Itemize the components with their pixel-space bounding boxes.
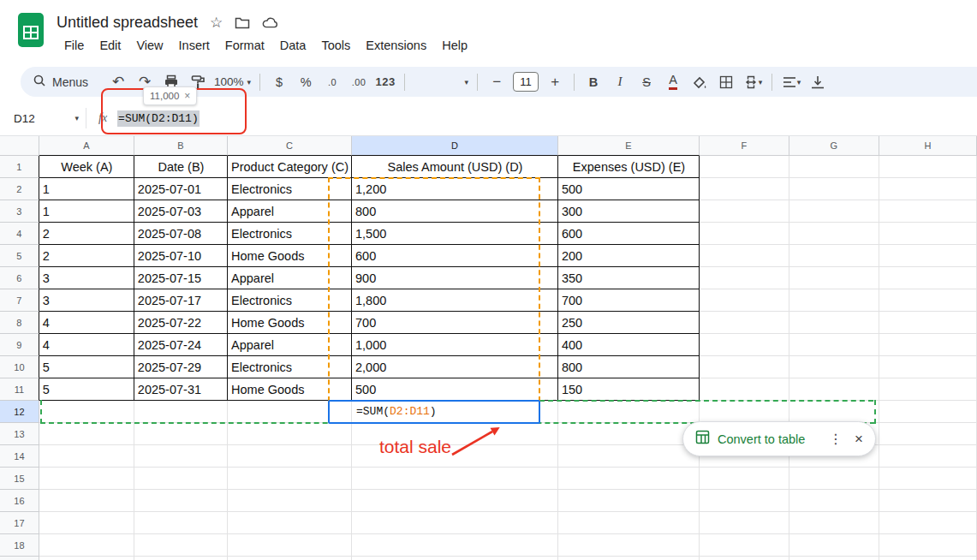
cell-B5[interactable]: 2025-07-10 [134, 245, 228, 267]
cell-D5[interactable]: 600 [352, 245, 558, 267]
cell-C3[interactable]: Apparel [228, 200, 352, 223]
cell-H16[interactable] [879, 490, 977, 512]
italic-button[interactable]: I [610, 71, 630, 93]
cell-A8[interactable]: 4 [39, 312, 134, 334]
cell-H1[interactable] [879, 156, 977, 178]
cell-D9[interactable]: 1,000 [352, 334, 558, 356]
cell-C19[interactable] [228, 557, 352, 560]
cell-A18[interactable] [39, 534, 134, 557]
cell-F3[interactable] [700, 200, 789, 223]
cell-A6[interactable]: 3 [39, 267, 134, 289]
cell-G3[interactable] [789, 200, 879, 223]
cell-F19[interactable] [700, 557, 789, 560]
cell-C15[interactable] [228, 468, 352, 490]
cell-A10[interactable]: 5 [39, 356, 134, 378]
cell-A4[interactable]: 2 [39, 223, 134, 245]
cell-C13[interactable] [228, 423, 352, 445]
menu-help[interactable]: Help [434, 37, 475, 54]
cell-D1[interactable]: Sales Amount (USD) (D) [352, 156, 558, 178]
cell-F10[interactable] [700, 356, 789, 378]
cell-E10[interactable]: 800 [558, 356, 700, 378]
cell-D18[interactable] [352, 534, 558, 557]
cell-E2[interactable]: 500 [558, 178, 700, 200]
cell-D6[interactable]: 900 [352, 267, 558, 289]
cell-D15[interactable] [352, 468, 558, 490]
convert-to-table-button[interactable]: Convert to table [718, 432, 819, 446]
cell-C8[interactable]: Home Goods [228, 312, 352, 334]
cell-C17[interactable] [228, 512, 352, 534]
cell-E9[interactable]: 400 [558, 334, 700, 356]
cell-G9[interactable] [789, 334, 879, 356]
cell-C4[interactable]: Electronics [228, 223, 352, 245]
cell-H3[interactable] [879, 200, 977, 223]
cell-A3[interactable]: 1 [39, 200, 134, 223]
cell-C1[interactable]: Product Category (C) [228, 156, 352, 178]
cell-B9[interactable]: 2025-07-24 [134, 334, 228, 356]
column-header-C[interactable]: C [228, 136, 352, 156]
move-folder-icon[interactable] [235, 16, 250, 29]
column-header-H[interactable]: H [879, 136, 977, 156]
cell-H6[interactable] [879, 267, 977, 289]
cell-G2[interactable] [789, 178, 879, 200]
row-header-1[interactable]: 1 [0, 156, 39, 178]
cell-E17[interactable] [558, 512, 700, 534]
cell-H8[interactable] [879, 312, 977, 334]
formula-input[interactable]: =SUM(D2:D11) [117, 112, 200, 125]
cell-E13[interactable] [558, 423, 700, 445]
cell-H4[interactable] [879, 223, 977, 245]
row-header-9[interactable]: 9 [0, 334, 39, 356]
menu-insert[interactable]: Insert [171, 37, 217, 54]
menu-data[interactable]: Data [272, 37, 314, 54]
menus-search-button[interactable]: Menus [33, 74, 88, 90]
row-header-15[interactable]: 15 [0, 468, 39, 490]
cell-A5[interactable]: 2 [39, 245, 134, 267]
cell-F16[interactable] [700, 490, 789, 512]
cell-B12[interactable] [134, 401, 228, 423]
cloud-status-icon[interactable] [262, 16, 279, 29]
cell-G7[interactable] [789, 289, 879, 312]
cell-D19[interactable] [352, 557, 558, 560]
cell-F15[interactable] [700, 468, 789, 490]
number-format-button[interactable]: 123 [375, 71, 396, 93]
cell-F17[interactable] [700, 512, 789, 534]
cell-B7[interactable]: 2025-07-17 [134, 289, 228, 312]
cell-C18[interactable] [228, 534, 352, 557]
cell-C2[interactable]: Electronics [228, 178, 352, 200]
cell-C10[interactable]: Electronics [228, 356, 352, 378]
cell-D8[interactable]: 700 [352, 312, 558, 334]
cell-E18[interactable] [558, 534, 700, 557]
cell-E1[interactable]: Expenses (USD) (E) [558, 156, 700, 178]
cell-H5[interactable] [879, 245, 977, 267]
cell-E6[interactable]: 350 [558, 267, 700, 289]
cell-C7[interactable]: Electronics [228, 289, 352, 312]
cell-B3[interactable]: 2025-07-03 [134, 200, 228, 223]
cell-C14[interactable] [228, 445, 352, 468]
cell-A1[interactable]: Week (A) [39, 156, 134, 178]
cell-B18[interactable] [134, 534, 228, 557]
cell-F5[interactable] [700, 245, 789, 267]
cell-G17[interactable] [789, 512, 879, 534]
cell-D4[interactable]: 1,500 [352, 223, 558, 245]
close-icon[interactable]: × [184, 90, 190, 102]
cell-E8[interactable]: 250 [558, 312, 700, 334]
cell-G12[interactable] [789, 401, 879, 423]
cell-B13[interactable] [134, 423, 228, 445]
cell-H17[interactable] [879, 512, 977, 534]
horizontal-align-button[interactable]: ▾ [781, 71, 801, 93]
cell-H2[interactable] [879, 178, 977, 200]
cell-D7[interactable]: 1,800 [352, 289, 558, 312]
cell-F9[interactable] [700, 334, 789, 356]
row-header-11[interactable]: 11 [0, 378, 39, 401]
cell-G11[interactable] [789, 378, 879, 401]
row-header-3[interactable]: 3 [0, 200, 39, 223]
cell-A9[interactable]: 4 [39, 334, 134, 356]
cell-C16[interactable] [228, 490, 352, 512]
cell-E5[interactable]: 200 [558, 245, 700, 267]
cell-D2[interactable]: 1,200 [352, 178, 558, 200]
vertical-align-button[interactable] [807, 71, 828, 93]
cell-H10[interactable] [879, 356, 977, 378]
decrease-decimal-button[interactable]: .0 [322, 71, 343, 93]
cell-G19[interactable] [789, 557, 879, 560]
fill-color-button[interactable] [689, 71, 710, 93]
cell-E4[interactable]: 600 [558, 223, 700, 245]
